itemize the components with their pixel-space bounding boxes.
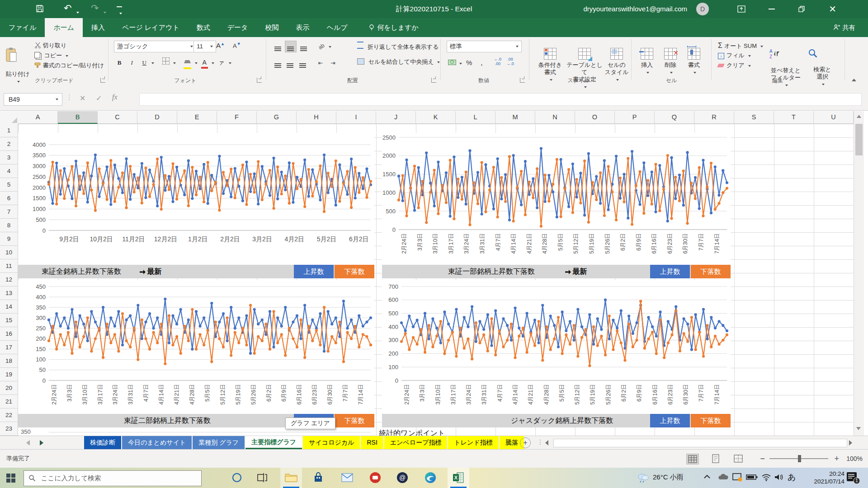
column-header-R[interactable]: R <box>694 111 734 124</box>
column-header-N[interactable]: N <box>535 111 575 124</box>
view-normal-icon[interactable] <box>684 454 702 466</box>
formula-input[interactable] <box>139 93 862 106</box>
row-header-2[interactable]: 2 <box>0 137 18 151</box>
column-header-K[interactable]: K <box>416 111 456 124</box>
tabs-overflow-ellipsis[interactable]: … <box>510 436 516 449</box>
font-family-select[interactable]: 游ゴシック <box>114 41 196 52</box>
minimize-button[interactable] <box>769 9 775 9</box>
align-center-icon[interactable] <box>285 58 296 69</box>
account-email[interactable]: dryyourtearswithlove1@gmail.com <box>584 0 687 18</box>
wifi-icon[interactable] <box>761 473 773 485</box>
battery-icon[interactable] <box>746 474 758 486</box>
row-header-23[interactable]: 23 <box>0 422 18 436</box>
weather-label[interactable]: 26°C 小雨 <box>653 473 684 482</box>
column-header-D[interactable]: D <box>137 111 177 124</box>
ribbon-tab-ホーム[interactable]: ホーム <box>45 18 83 37</box>
font-color-button[interactable]: A <box>199 57 210 68</box>
onedrive-cloud-icon[interactable] <box>718 473 730 485</box>
align-top-icon[interactable] <box>272 41 283 52</box>
wrap-text-button[interactable]: 折り返して全体を表示する <box>357 42 439 52</box>
underline-menu-icon[interactable] <box>151 62 154 64</box>
column-header-I[interactable]: I <box>336 111 376 124</box>
sheet-nav-right-icon[interactable] <box>40 440 43 446</box>
column-header-O[interactable]: O <box>575 111 615 124</box>
column-header-C[interactable]: C <box>98 111 137 124</box>
start-button[interactable] <box>0 468 22 488</box>
sheet-nav-left-icon[interactable] <box>26 440 30 446</box>
number-dialog-launcher-icon[interactable] <box>520 78 525 83</box>
column-header-J[interactable]: J <box>376 111 416 124</box>
column-header-P[interactable]: P <box>615 111 655 124</box>
sheet-tab-トレンド指標[interactable]: トレンド指標 <box>448 436 498 449</box>
row-header-18[interactable]: 18 <box>0 354 18 368</box>
badge-decliners[interactable]: 下落数 <box>335 414 374 427</box>
avatar[interactable]: D <box>696 3 709 15</box>
sheet-tab-株価診断[interactable]: 株価診断 <box>84 436 121 449</box>
cortana-button[interactable] <box>226 468 248 488</box>
ribbon-tab-校閲[interactable]: 校閲 <box>256 18 287 37</box>
format-painter-button[interactable]: 書式のコピー/貼り付け <box>34 61 104 70</box>
italic-button[interactable]: I <box>127 57 137 68</box>
chart-tosho-all[interactable]: 050010001500200025003000350040009月2日10月2… <box>18 133 374 256</box>
new-sheet-button[interactable]: + <box>520 437 531 448</box>
row-header-19[interactable]: 19 <box>0 368 18 381</box>
row-header-21[interactable]: 21 <box>0 395 18 408</box>
merge-center-button[interactable]: セルを結合して中央揃え <box>357 57 440 67</box>
taskbar-clock[interactable]: 20:24 2021/07/14 <box>795 470 844 485</box>
tell-me-box[interactable]: 何をしますか <box>368 18 419 37</box>
row-header-12[interactable]: 12 <box>0 273 18 286</box>
insert-function-icon[interactable]: fx <box>112 93 118 101</box>
at-app-button[interactable]: @ <box>392 468 413 488</box>
column-header-B[interactable]: B <box>58 111 98 124</box>
percent-style-icon[interactable]: % <box>464 57 475 68</box>
column-header-A[interactable]: A <box>18 111 58 124</box>
chart-tosho-second-section[interactable]: 0501001502002503003504004502月24日3月3日3月10… <box>18 280 374 414</box>
share-button[interactable]: 共有 <box>833 18 855 37</box>
underline-button[interactable]: U <box>139 57 150 68</box>
sheet-tab-サイコロジカル[interactable]: サイコロジカル <box>303 436 360 449</box>
ribbon-tab-ページ レイアウト[interactable]: ページ レイアウト <box>113 18 188 37</box>
ribbon-tab-数式[interactable]: 数式 <box>188 18 219 37</box>
weather-icon[interactable] <box>637 471 648 483</box>
sheet-tab-業種別 グラフ[interactable]: 業種別 グラフ <box>193 436 245 449</box>
ribbon-tab-データ[interactable]: データ <box>219 18 257 37</box>
name-box-splitter[interactable]: ⋮ <box>66 93 72 101</box>
zoom-in-icon[interactable]: + <box>834 450 839 468</box>
select-all-corner[interactable] <box>0 111 19 124</box>
store-button[interactable] <box>307 468 329 488</box>
chevron-up-icon[interactable] <box>703 474 715 486</box>
file-explorer-button[interactable] <box>280 468 302 488</box>
align-bottom-icon[interactable] <box>298 41 309 52</box>
borders-button[interactable] <box>160 57 171 68</box>
number-format-select[interactable]: 標準 <box>447 41 522 52</box>
decrease-font-icon[interactable]: A▼ <box>233 42 241 49</box>
delete-cells-button[interactable]: ✕ 削除 <box>660 41 681 76</box>
row-header-13[interactable]: 13 <box>0 286 18 300</box>
alignment-dialog-launcher-icon[interactable] <box>431 78 436 83</box>
task-view-button[interactable] <box>251 468 273 488</box>
row-header-3[interactable]: 3 <box>0 151 18 164</box>
column-header-F[interactable]: F <box>217 111 257 124</box>
row-header-10[interactable]: 10 <box>0 246 18 259</box>
column-header-Q[interactable]: Q <box>655 111 694 124</box>
cell-styles-button[interactable]: セルの スタイル <box>604 41 629 83</box>
cut-button[interactable]: 切り取り <box>34 41 104 51</box>
decrease-indent-icon[interactable]: ⇤ <box>315 58 326 69</box>
tabstrip-splitter[interactable]: ⋮ <box>537 438 543 446</box>
find-select-button[interactable]: 検索と 選択 <box>807 41 837 88</box>
taskbar-search-box[interactable]: ここに入力して検索 <box>24 470 202 486</box>
display-alert-icon[interactable] <box>732 473 744 485</box>
close-button[interactable]: ✕ <box>829 4 836 14</box>
ribbon-tab-ヘルプ[interactable]: ヘルプ <box>318 18 356 37</box>
align-right-icon[interactable] <box>297 58 308 69</box>
font-size-select[interactable]: 11 <box>193 41 216 52</box>
badge-decliners[interactable]: 下落数 <box>335 265 374 278</box>
column-header-H[interactable]: H <box>297 111 336 124</box>
row-header-5[interactable]: 5 <box>0 178 18 192</box>
row-header-17[interactable]: 17 <box>0 341 18 354</box>
clipboard-dialog-launcher-icon[interactable] <box>100 78 105 83</box>
hscroll-right-icon[interactable] <box>849 440 852 446</box>
chart-jasdaq[interactable]: 01002003004005006007002月24日3月3日3月10日3月17… <box>382 280 731 414</box>
orientation-icon[interactable]: ab <box>314 39 329 54</box>
horizontal-scrollbar[interactable] <box>553 439 847 447</box>
